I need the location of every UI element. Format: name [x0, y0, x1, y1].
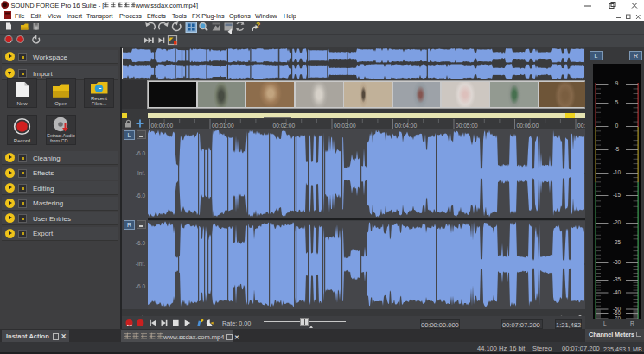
svg-text:-35: -35: [613, 276, 622, 282]
svg-text:00:05:00: 00:05:00: [456, 123, 478, 129]
svg-text:00:04:00: 00:04:00: [395, 123, 418, 129]
svg-text:00:00:00: 00:00:00: [151, 123, 174, 129]
svg-text:00:02:00: 00:02:00: [273, 123, 296, 129]
svg-text:-10: -10: [613, 169, 622, 175]
svg-text:00:03:00: 00:03:00: [334, 123, 356, 129]
svg-text:-15: -15: [613, 192, 622, 198]
svg-text:00:07:00: 00:07:00: [577, 123, 585, 129]
svg-text:-30: -30: [613, 259, 622, 265]
svg-text:-20: -20: [613, 219, 622, 225]
svg-text:5: 5: [615, 99, 619, 105]
svg-text:-25: -25: [613, 239, 622, 245]
svg-text:-40: -40: [613, 289, 622, 295]
svg-text:0: 0: [615, 123, 619, 129]
svg-text:-70: -70: [613, 315, 622, 319]
svg-text:?: ?: [256, 21, 260, 29]
svg-text:-5: -5: [615, 146, 620, 152]
svg-text:9: 9: [615, 80, 619, 86]
svg-text:00:01:00: 00:01:00: [212, 123, 234, 129]
svg-text:00:06:00: 00:06:00: [517, 123, 539, 129]
